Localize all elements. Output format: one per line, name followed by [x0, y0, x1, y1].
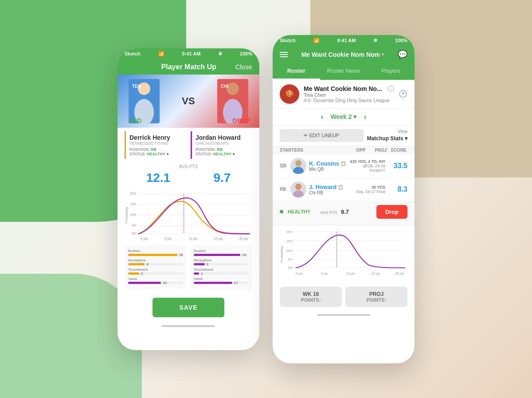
wk16-title: WK 16 — [284, 291, 337, 297]
svg-point-25 — [295, 160, 301, 166]
avg-pts-label-r: AVG PTS — [320, 210, 337, 215]
drop-label[interactable]: DROP — [233, 117, 250, 124]
drop-button[interactable]: Drop — [376, 205, 407, 219]
svg-text:10%: 10% — [286, 249, 293, 252]
howard-icon: 📋 — [338, 185, 343, 189]
clock-icon[interactable]: 🕐 — [399, 90, 407, 98]
team-name: Me Want Cookie Nom No... — [304, 85, 386, 92]
battery-left: 100% — [240, 51, 252, 56]
avg-pts-label: AVG PTS — [117, 164, 259, 169]
proj-title: PROJ — [350, 291, 403, 297]
signal-right: Sketch — [280, 38, 296, 43]
status-text: HEALTHY — [288, 209, 310, 214]
bluetooth-right: ✻ — [373, 38, 377, 43]
prev-week-button[interactable]: ‹ — [321, 112, 324, 122]
svg-text:-25 pts: -25 pts — [213, 236, 223, 241]
cousins-icon: 📋 — [340, 161, 346, 166]
player-thumb-howard — [290, 181, 306, 197]
svg-text:20%: 20% — [286, 230, 293, 234]
matchup-stats-control: View Matchup Stats ▾ — [367, 129, 407, 142]
matchup-stats-button[interactable]: View Matchup Stats ▾ — [367, 129, 407, 142]
status-dot — [280, 210, 283, 213]
stat-rushes-henry: Rushes 15 — [128, 249, 183, 256]
player-position-henry: POSITION: RB — [129, 147, 183, 152]
position-cousins: QB — [280, 163, 288, 168]
battery-right: 100% — [395, 38, 407, 43]
stat-yards-howard: Yards 17 — [194, 277, 249, 284]
player-thumb-cousins — [290, 158, 306, 174]
svg-text:10%: 10% — [130, 213, 136, 217]
home-bar-left — [162, 325, 215, 327]
player-row-cousins: QB K. Cousins 📋 Min QB 425 YDS, 4 TD, IN… — [273, 154, 415, 178]
stats-section: Rushes 15 Receptions 4 Touchdowns — [117, 242, 259, 293]
avg-pts-row: 12.1 9.7 — [117, 169, 259, 189]
avg-pts-value-r: 9.7 — [341, 209, 349, 215]
week-selector: ‹ Week 2 ▾ › — [273, 109, 415, 126]
nav-title-left: Player Match Up — [142, 63, 235, 71]
stat-yards-henry: Yards 12 — [128, 277, 183, 284]
cousins-name: K. Cousins — [309, 160, 339, 167]
svg-text:-35 pts: -35 pts — [238, 236, 248, 241]
wifi-icon-right: 📶 — [313, 38, 320, 43]
howard-silhouette — [290, 181, 306, 197]
close-button-left[interactable]: Close — [235, 63, 252, 71]
player-status-henry: STATUS: HEALTHY ● — [129, 152, 183, 156]
team-record: 4-5 Dynamite Ding Ding Sauce League — [304, 98, 394, 103]
cousins-opp-sub: @GB, 29-29 Final/OT — [348, 164, 385, 173]
svg-text:20%: 20% — [130, 191, 136, 196]
next-week-button[interactable]: › — [364, 112, 366, 122]
cousins-info: K. Cousins 📋 Min QB — [309, 160, 346, 172]
vs-text: VS — [182, 95, 195, 107]
nav-bar-right: Me Want Cookie Nom Nom ▾ 💬 — [273, 46, 415, 63]
avg-pts-henry: 12.1 — [146, 171, 171, 185]
league-dropdown-arrow[interactable]: ▾ — [382, 52, 384, 57]
starters-col-header: STARTERS — [280, 148, 350, 153]
svg-text:-5 pts: -5 pts — [295, 272, 303, 275]
howard-name-r: J. Howard — [309, 184, 336, 190]
tab-bar: Roster Roster News Players — [273, 63, 415, 80]
home-indicator-right — [273, 311, 415, 319]
player-silhouette-left: TEN — [129, 79, 160, 123]
starters-header: STARTERS Opp Proj Score — [273, 146, 415, 154]
expanded-top: HEALTHY AVG PTS 9.7 Drop — [280, 205, 407, 219]
svg-text:CHI: CHI — [221, 84, 228, 89]
info-icon[interactable]: i — [388, 86, 394, 92]
player-row-howard: RB J. Howard 📋 Chi RB 35 YDS Sea, 24-17 … — [273, 178, 415, 201]
tab-roster-news[interactable]: Roster News — [320, 63, 368, 80]
howard-opp-stats: 35 YDS — [348, 185, 385, 189]
wk16-card: WK 16 POINTS: — [280, 287, 342, 307]
home-bar-right — [317, 314, 370, 316]
stats-box-henry: Rushes 15 Receptions 4 Touchdowns — [125, 245, 187, 290]
tab-players[interactable]: Players — [367, 63, 415, 80]
bottom-cards: WK 16 POINTS: PROJ POINTS: — [273, 283, 415, 311]
add-label[interactable]: ADD — [128, 117, 141, 124]
chat-icon[interactable]: 💬 — [398, 50, 407, 59]
status-bar-left: Sketch 📶 9:41 AM ✻ 100% — [117, 48, 259, 59]
time-right: 9:41 AM — [337, 38, 356, 43]
svg-text:15%: 15% — [130, 202, 136, 206]
player-card-howard: Jordan Howard Chicago Bears POSITION: RB… — [191, 131, 252, 159]
svg-text:-35 pts: -35 pts — [395, 272, 404, 275]
player-position-howard: POSITION: RB — [196, 147, 249, 152]
stat-touchdowns-henry: Touchdowns 2 — [128, 268, 183, 275]
probability-chart-right: Probability 20% 15% 10% 5% 0% -5 pts — [273, 225, 415, 283]
proj-col-header: Proj — [372, 148, 390, 153]
tab-roster[interactable]: Roster — [273, 63, 320, 80]
phone-left: Sketch 📶 9:41 AM ✻ 100% Player Match Up … — [117, 48, 259, 350]
svg-text:5%: 5% — [288, 258, 293, 261]
nav-bar-left: Player Match Up Close — [117, 59, 259, 75]
edit-lineup-button[interactable]: ✏ EDIT LINEUP — [280, 129, 364, 142]
avg-pts-section: AVG PTS 9.7 — [320, 208, 349, 216]
hamburger-icon[interactable] — [280, 52, 288, 57]
cousins-opp: 425 YDS, 4 TD, INT @GB, 29-29 Final/OT — [348, 159, 387, 173]
lineup-controls: ✏ EDIT LINEUP View Matchup Stats ▾ — [273, 126, 415, 146]
proj-label: POINTS: — [350, 297, 403, 303]
svg-text:5 pts: 5 pts — [321, 272, 328, 275]
matchup-stats-label: Matchup Stats — [367, 135, 403, 142]
svg-text:15%: 15% — [286, 239, 293, 243]
save-button[interactable]: SAVE — [153, 298, 224, 317]
opp-col-header: Opp — [350, 148, 372, 153]
svg-text:5%: 5% — [132, 223, 136, 228]
league-title: Me Want Cookie Nom Nom — [301, 51, 380, 58]
player-name-henry: Derrick Henry — [129, 134, 183, 141]
